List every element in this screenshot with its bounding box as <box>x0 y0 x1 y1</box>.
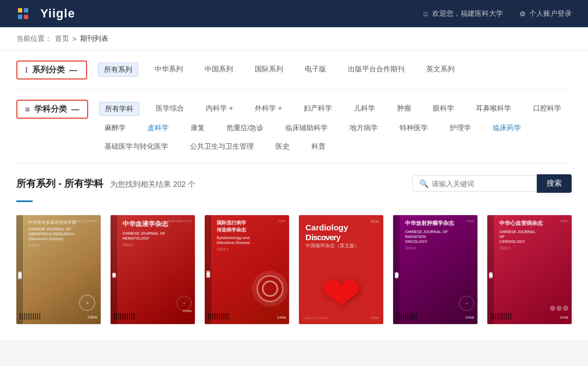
breadcrumb-sep: > <box>72 35 77 43</box>
subject-tag-weizhong[interactable]: 危重症/急诊 <box>221 121 270 135</box>
series-filter-label[interactable]: ⁝ 系列分类 — <box>16 60 87 80</box>
search-bar: 🔍 搜索 <box>412 174 572 193</box>
subject-tag-gonggong[interactable]: 公共卫生与卫生管理 <box>185 140 259 153</box>
search-input-wrap[interactable]: 🔍 <box>412 175 537 192</box>
logo-text: Yiigle <box>40 7 75 21</box>
series-tag-chuban[interactable]: 出版平台合作期刊 <box>342 63 410 77</box>
series-filter-section: ⁝ 系列分类 — 所有系列 中华系列 中国系列 国际系列 电子版 出版平台合作期… <box>16 51 572 90</box>
journal-card[interactable]: 中华老年多器官疾病 中华老年多器官疾病学报 CHINESE JOURNAL OF… <box>16 215 101 324</box>
series-tag-zhongguo[interactable]: 中国系列 <box>199 63 238 77</box>
search-input[interactable] <box>432 180 530 188</box>
result-bar: 所有系列 - 所有学科 为您找到相关结果 202 个 🔍 搜索 <box>16 163 572 200</box>
subject-tag-zhongliu[interactable]: 肿瘤 <box>391 102 416 116</box>
search-icon: 🔍 <box>419 179 428 188</box>
subject-tag-yixue[interactable]: 医学综合 <box>150 102 189 116</box>
journal-cover-1: 中华老年多器官疾病 中华老年多器官疾病学报 CHINESE JOURNAL OF… <box>16 215 101 324</box>
subject-tag-difang[interactable]: 地方病学 <box>344 121 383 135</box>
section-underline <box>16 200 33 202</box>
logo[interactable]: Yiigle <box>16 4 75 23</box>
logo-icon <box>16 4 36 23</box>
journal-cover-5: 中华放射肿瘤学 中华放射肿瘤学杂志 CHINESE JOURNAL OFRADI… <box>393 215 477 324</box>
breadcrumb-current: 期刊列表 <box>80 34 108 44</box>
cardiology-subtitle: 中国循环杂志（英文版） <box>305 242 359 249</box>
login-text: 个人账户登录 <box>529 9 572 19</box>
series-filter-collapse: — <box>69 65 77 75</box>
subject-filter-tags: 所有学科 医学综合 内科学 + 外科学 + 妇产科学 儿科学 肿瘤 眼科学 耳鼻… <box>99 100 572 153</box>
subject-tag-erbi[interactable]: 耳鼻喉科学 <box>470 102 517 116</box>
series-filter-text: 系列分类 <box>32 65 65 75</box>
login-icon: ⚙ <box>519 10 526 18</box>
result-info: 所有系列 - 所有学科 为您找到相关结果 202 个 <box>16 177 195 190</box>
result-count: 为您找到相关结果 202 个 <box>110 180 195 190</box>
subject-tag-mazui[interactable]: 麻醉学 <box>99 121 131 135</box>
journal-cover-6: 中华心血管病学 中华心血管病杂志 CHINESE JOURNALOFCARDIO… <box>487 215 572 324</box>
subject-tag-yishi[interactable]: 医史 <box>270 140 295 153</box>
journal-cover-cardiology: CardiologyDiscovery 中国循环杂志（英文版） 2024 ❤ I… <box>299 215 383 324</box>
login-link[interactable]: ⚙ 个人账户登录 <box>519 9 572 19</box>
welcome-user: ☺ 欢迎您，福建医科大学 <box>422 9 503 19</box>
svg-rect-1 <box>18 8 22 13</box>
journal-card[interactable]: 国际流行病学 国际流行病学传染病学杂志 Epidemiology andInfe… <box>205 215 289 324</box>
journal-card[interactable]: 中华心血管病学 中华心血管病杂志 CHINESE JOURNALOFCARDIO… <box>487 215 572 324</box>
app-header: Yiigle ☺ 欢迎您，福建医科大学 ⚙ 个人账户登录 <box>0 0 588 27</box>
subject-filter-section: ≡ 学科分类 — 所有学科 医学综合 内科学 + 外科学 + 妇产科学 儿科学 … <box>16 90 572 163</box>
header-nav: ☺ 欢迎您，福建医科大学 ⚙ 个人账户登录 <box>422 9 572 19</box>
journal-grid: 中华老年多器官疾病 中华老年多器官疾病学报 CHINESE JOURNAL OF… <box>16 210 572 324</box>
journal-cover-3: 国际流行病学 国际流行病学传染病学杂志 Epidemiology andInfe… <box>205 215 289 324</box>
subject-tag-linchuang-yao[interactable]: 临床药学 <box>487 121 526 135</box>
svg-rect-3 <box>18 15 22 19</box>
svg-rect-2 <box>24 8 28 13</box>
search-button[interactable]: 搜索 <box>537 174 572 193</box>
subject-tag-pifuke[interactable]: 皮科学 <box>142 121 174 135</box>
subject-filter-icon: ≡ <box>25 105 30 114</box>
journal-card[interactable]: 中华血液学 中华血液学杂志 CHINESE JOURNAL OFHEMATOLO… <box>111 215 195 324</box>
result-title: 所有系列 - 所有学科 <box>16 177 103 190</box>
subject-tag-linchuang-fu[interactable]: 临床辅助科学 <box>280 121 333 135</box>
svg-rect-0 <box>16 4 36 23</box>
subject-tag-tezhong[interactable]: 特种医学 <box>394 121 433 135</box>
svg-rect-4 <box>24 15 28 19</box>
series-filter-tags: 所有系列 中华系列 中国系列 国际系列 电子版 出版平台合作期刊 英文系列 <box>98 60 572 77</box>
subject-tag-fuke[interactable]: 妇产科学 <box>298 102 338 116</box>
breadcrumb-home[interactable]: 首页 <box>55 34 69 44</box>
subject-tag-kouqiang[interactable]: 口腔科学 <box>528 102 567 116</box>
subject-filter-text: 学科分类 <box>34 104 67 114</box>
subject-tag-waike[interactable]: 外科学 + <box>249 102 287 116</box>
series-tag-zhonghua[interactable]: 中华系列 <box>149 63 188 77</box>
series-tag-yingwen[interactable]: 英文系列 <box>421 63 460 77</box>
subject-filter-label[interactable]: ≡ 学科分类 — <box>16 100 88 119</box>
welcome-text: 欢迎您，福建医科大学 <box>432 9 503 19</box>
breadcrumb: 当前位置： 首页 > 期刊列表 <box>0 27 588 51</box>
series-filter-icon: ⁝ <box>25 65 28 75</box>
subject-tag-neike[interactable]: 内科学 + <box>200 102 238 116</box>
subject-tag-huli[interactable]: 护理学 <box>444 121 476 135</box>
cardiology-badge: 2024 <box>370 219 379 223</box>
subject-tag-all[interactable]: 所有学科 <box>99 102 139 116</box>
series-tag-all[interactable]: 所有系列 <box>98 63 138 77</box>
series-tag-guoji[interactable]: 国际系列 <box>249 63 289 77</box>
breadcrumb-prefix: 当前位置： <box>16 34 52 44</box>
journal-cover-2: 中华血液学 中华血液学杂志 CHINESE JOURNAL OFHEMATOLO… <box>111 215 195 324</box>
series-tag-dianzi[interactable]: 电子版 <box>299 63 332 77</box>
user-icon: ☺ <box>422 10 429 18</box>
journal-card-cardiology[interactable]: CardiologyDiscovery 中国循环杂志（英文版） 2024 ❤ I… <box>299 215 383 324</box>
journal-card[interactable]: 中华放射肿瘤学 中华放射肿瘤学杂志 CHINESE JOURNAL OFRADI… <box>393 215 477 324</box>
subject-filter-collapse: — <box>71 105 79 114</box>
main-content: ⁝ 系列分类 — 所有系列 中华系列 中国系列 国际系列 电子版 出版平台合作期… <box>0 51 588 340</box>
subject-tag-kangfu[interactable]: 康复 <box>185 121 210 135</box>
subject-tag-erke[interactable]: 儿科学 <box>348 102 381 116</box>
subject-tag-jichu[interactable]: 基础医学与转化医学 <box>99 140 174 153</box>
subject-tag-kepu[interactable]: 科普 <box>306 140 331 153</box>
cardiology-title: CardiologyDiscovery <box>305 223 348 242</box>
subject-tag-yanke[interactable]: 眼科学 <box>427 102 460 116</box>
